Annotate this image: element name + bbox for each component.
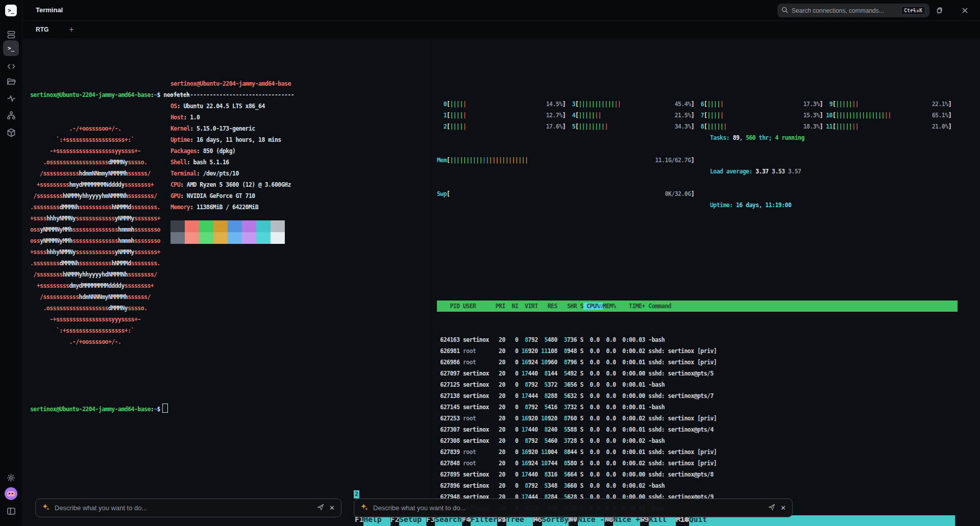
process-row[interactable]: 627097 sertinox 20 0 17440 8144 5492 S 0… (437, 368, 980, 379)
terminal-icon: >_ (8, 45, 14, 52)
terminal-app-window: { "window": { "title": "Terminal", "sear… (0, 0, 980, 526)
sidebar-item-packages[interactable] (0, 128, 22, 140)
process-table-header[interactable]: PID USER PRI NI VIRT RES SHR S CPU%▽MEM%… (437, 300, 958, 312)
folder-icon (6, 77, 16, 89)
process-row[interactable]: 627308 sertinox 20 0 8792 5460 3728 S 0.… (437, 435, 980, 446)
sidebar-item-snippets[interactable] (0, 61, 22, 73)
ai-assistant-avatar[interactable] (5, 487, 17, 500)
meter: 4[|||||||21.5%] (566, 110, 694, 121)
maximize-button[interactable] (928, 0, 950, 20)
ai-input-placeholder[interactable]: Describe what you want to do... (373, 504, 763, 512)
neofetch-info-line: GPU: NVIDIA GeForce GT 710 (170, 190, 294, 202)
meter: 1[|||||12.7%] (437, 110, 566, 121)
close-button[interactable] (953, 0, 976, 20)
search-placeholder: Search connections, commands... (792, 7, 897, 14)
sparkle-icon (42, 503, 50, 513)
gear-icon (6, 473, 16, 485)
ai-input-placeholder[interactable]: Describe what you want to do... (55, 504, 312, 512)
sidebar-item-files[interactable] (0, 77, 22, 89)
meter: Swp[0K/32.0G] (437, 188, 694, 199)
pulse-icon (6, 93, 16, 106)
terminal-cursor (162, 404, 168, 413)
htop-remnant-cell: 2 (354, 490, 359, 498)
process-row[interactable]: 626986 root 20 0 16924 10960 8796 S 0.0 … (437, 357, 980, 368)
meter: Mem[||||||||||||||||||||||||11.1G/62.7G] (437, 155, 694, 166)
swap-meter: Swp[0K/32.0G] (437, 188, 980, 199)
process-row[interactable]: 627253 root 20 0 16920 10920 8760 S 0.0 … (437, 413, 980, 424)
meter: 0[|||||14.5%] (437, 98, 566, 110)
neofetch-info-line: Memory: 11386MiB / 64220MiB (170, 202, 294, 213)
meter: 9[|||||||22.1%] (823, 98, 951, 110)
tab-rtg[interactable]: RTG (36, 26, 48, 33)
neofetch-terminal-pane[interactable]: sertinox@Ubuntu-2204-jammy-amd64-base:~$… (22, 38, 430, 526)
process-row[interactable]: 627145 sertinox 20 0 8792 5416 3732 S 0.… (437, 402, 980, 413)
process-row[interactable]: 627138 sertinox 20 0 17444 8288 5632 S 0… (437, 390, 980, 402)
close-icon[interactable]: ✕ (780, 504, 786, 512)
terminal-panes: sertinox@Ubuntu-2204-jammy-amd64-base:~$… (22, 38, 980, 526)
meter: 6[|||||17.3%] (694, 98, 823, 110)
process-table: 624163 sertinox 20 0 8792 5480 3736 S 0.… (437, 334, 980, 526)
minimize-button[interactable] (901, 0, 924, 20)
sidebar: >_ >_ (0, 0, 22, 526)
terminal-color-palette (170, 220, 294, 244)
neofetch-info-line: Packages: 850 (dpkg) (170, 145, 294, 157)
neofetch-info-line: Host: 1.0 (170, 112, 294, 123)
ai-prompt-bar-right[interactable]: Describe what you want to do... ✕ (354, 498, 793, 517)
app-logo-terminal-icon: >_ (5, 5, 17, 16)
tab-bar: RTG + (22, 21, 980, 39)
process-row[interactable]: 627307 sertinox 20 0 17440 8240 5588 S 0… (437, 424, 980, 435)
code-icon (6, 61, 16, 73)
ai-prompt-bar-left[interactable]: Describe what you want to do... ✕ (35, 498, 341, 517)
new-tab-button[interactable]: + (69, 25, 74, 34)
process-row[interactable]: 627839 root 20 0 16920 11004 8844 S 0.0 … (437, 446, 980, 458)
process-row[interactable]: 627848 root 20 0 16924 10744 8580 S 0.0 … (437, 458, 980, 469)
robot-icon (7, 491, 15, 496)
tasks-summary: Tasks: 89, 560 thr; 4 running (710, 132, 804, 143)
meter: 5[|||||||||34.3%] (566, 121, 694, 132)
uptime: Uptime: 16 days, 11:19:00 (710, 199, 804, 211)
process-row[interactable]: 627895 sertinox 20 0 17440 8316 5664 S 0… (437, 469, 980, 480)
process-row[interactable]: 627896 sertinox 20 0 8792 5348 3660 S 0.… (437, 480, 980, 491)
neofetch-info-line: CPU: AMD Ryzen 5 3600 (12) @ 3.600GHz (170, 179, 294, 190)
meter: 2[|||||17.6%] (437, 121, 566, 132)
sidebar-item-panel-toggle[interactable] (0, 506, 22, 518)
sparkle-icon (360, 503, 369, 513)
sidebar-item-settings[interactable] (0, 473, 22, 485)
neofetch-info-line: Kernel: 5.15.0-173-generic (170, 123, 294, 134)
load-average: Load average: 3.37 3.53 3.57 (710, 166, 804, 177)
process-row[interactable]: 626981 root 20 0 16920 11108 8948 S 0.0 … (437, 345, 980, 357)
cpu-meters: 0[|||||14.5%]3[|||||||||||||45.4%]6[||||… (437, 98, 980, 132)
neofetch-title: sertinox@Ubuntu-2204-jammy-amd64-base (170, 78, 294, 89)
panel-layout-icon (6, 506, 16, 518)
org-chart-icon (6, 110, 16, 122)
shell-prompt-line: sertinox@Ubuntu-2204-jammy-amd64-base:~$ (30, 404, 430, 415)
search-icon (781, 6, 788, 15)
process-row[interactable]: 627125 sertinox 20 0 8792 5372 3656 S 0.… (437, 379, 980, 390)
cube-icon (6, 128, 16, 140)
sidebar-item-activity[interactable] (0, 93, 22, 106)
process-row[interactable]: 624163 sertinox 20 0 8792 5480 3736 S 0.… (437, 334, 980, 345)
close-icon[interactable]: ✕ (329, 504, 335, 512)
neofetch-info-line: OS: Ubuntu 22.04.5 LTS x86_64 (170, 101, 294, 112)
meter: 11[|||||||21.0%] (823, 121, 951, 132)
send-icon[interactable] (316, 503, 325, 513)
window-title: Terminal (36, 6, 63, 14)
htop-summary: Tasks: 89, 560 thr; 4 running Load avera… (710, 110, 804, 233)
neofetch-info-line: Uptime: 16 days, 11 hours, 18 mins (170, 134, 294, 145)
sidebar-item-terminal[interactable]: >_ (3, 40, 19, 56)
sort-column-cpu[interactable]: CPU%▽ (583, 303, 603, 310)
neofetch-info-line: Terminal: /dev/pts/10 (170, 168, 294, 179)
neofetch-info-line: Shell: bash 5.1.16 (170, 157, 294, 168)
meter: 3[|||||||||||||45.4%] (566, 98, 694, 110)
neofetch-system-info: sertinox@Ubuntu-2204-jammy-amd64-base---… (170, 78, 294, 244)
title-bar: Terminal Search connections, commands...… (22, 0, 980, 21)
send-icon[interactable] (768, 503, 776, 513)
htop-terminal-pane[interactable]: 0[|||||14.5%]3[|||||||||||||45.4%]6[||||… (430, 38, 980, 526)
memory-meter: Mem[||||||||||||||||||||||||11.1G/62.7G] (437, 155, 980, 166)
sidebar-item-network[interactable] (0, 110, 22, 122)
meter: 10[|||||||||||||||||65.1%] (823, 110, 951, 121)
